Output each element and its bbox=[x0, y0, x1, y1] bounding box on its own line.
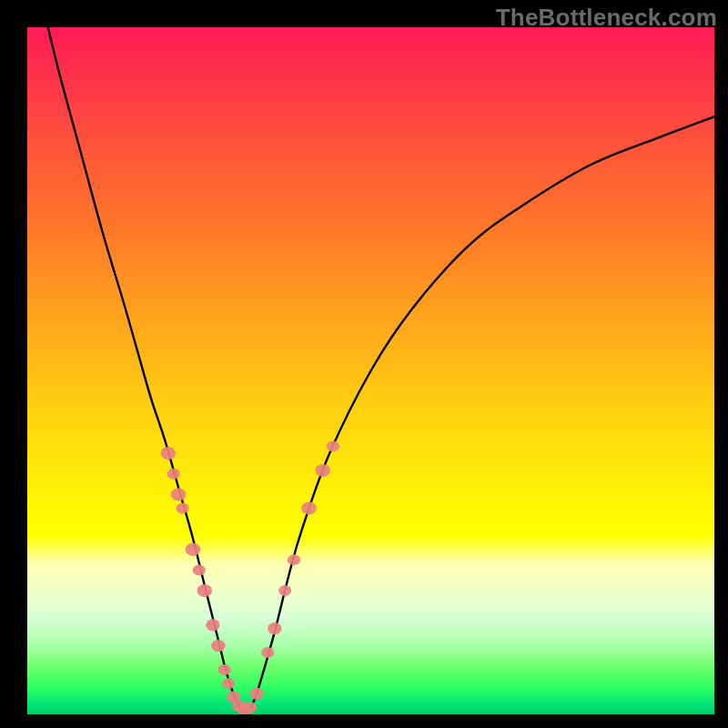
outer-frame: TheBottleneck.com bbox=[0, 0, 728, 728]
marker-dot bbox=[301, 501, 317, 514]
marker-dot bbox=[268, 622, 281, 634]
marker-dot bbox=[186, 543, 201, 556]
marker-dot bbox=[193, 564, 206, 575]
marker-dot bbox=[222, 678, 235, 689]
marker-dot bbox=[218, 664, 231, 675]
marker-dot bbox=[249, 688, 263, 700]
marker-dot bbox=[167, 469, 180, 480]
marker-dot bbox=[278, 585, 291, 596]
marker-dot bbox=[206, 619, 219, 631]
marker-dot bbox=[327, 441, 339, 452]
plot-area bbox=[27, 27, 714, 714]
marker-dot bbox=[211, 640, 225, 652]
marker-dot bbox=[197, 584, 212, 597]
curve-markers bbox=[160, 441, 339, 714]
marker-dot bbox=[243, 702, 257, 713]
marker-dot bbox=[171, 488, 187, 500]
marker-dot bbox=[288, 554, 300, 565]
bottleneck-curve bbox=[48, 27, 714, 712]
marker-dot bbox=[261, 647, 274, 658]
curve-svg bbox=[27, 27, 714, 714]
marker-dot bbox=[177, 503, 189, 514]
marker-dot bbox=[160, 447, 176, 460]
marker-dot bbox=[315, 464, 330, 477]
